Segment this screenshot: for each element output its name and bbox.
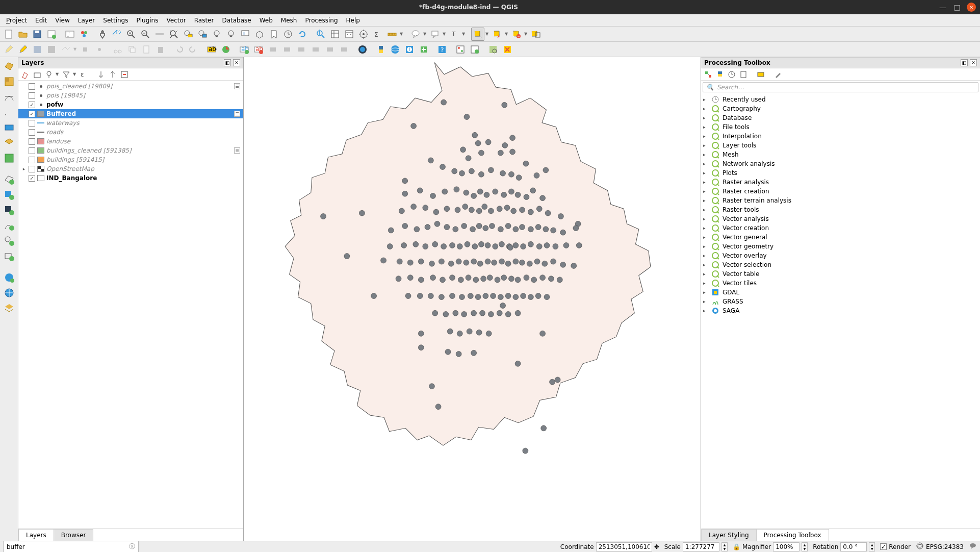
map-canvas[interactable]	[244, 57, 701, 541]
proc-history-button[interactable]	[727, 69, 737, 80]
processing-item[interactable]: ▸Raster terrain analysis	[702, 196, 979, 205]
remove-layer-button[interactable]	[119, 69, 130, 80]
layer-item[interactable]: buildings_cleaned [591385]☰	[18, 146, 243, 155]
pan-to-selection-tool[interactable]	[110, 28, 123, 41]
select-dropdown[interactable]: ▼	[485, 32, 489, 36]
layer-item[interactable]: roads	[18, 128, 243, 137]
processing-item[interactable]: ▸GDAL	[702, 288, 979, 297]
menu-view[interactable]: View	[51, 15, 73, 26]
menu-help[interactable]: Help	[342, 15, 364, 26]
processing-item[interactable]: ▸Recently used	[702, 95, 979, 104]
measure-tool[interactable]	[385, 28, 399, 41]
processing-item[interactable]: ▸Vector geometry	[702, 242, 979, 251]
zoom-last-tool[interactable]	[210, 28, 223, 41]
open-attribute-table-button[interactable]	[328, 28, 342, 41]
processing-item[interactable]: ▸Layer tools	[702, 141, 979, 150]
new-bookmark-button[interactable]	[267, 28, 280, 41]
processing-item[interactable]: ▸Raster tools	[702, 205, 979, 214]
zoom-layer-tool[interactable]	[196, 28, 209, 41]
menu-web[interactable]: Web	[255, 15, 277, 26]
layer-checkbox[interactable]: ✓	[29, 175, 35, 182]
layer-checkbox[interactable]	[29, 83, 35, 90]
crs-label[interactable]: EPSG:24383	[926, 543, 964, 550]
help-button[interactable]: ?	[435, 43, 449, 56]
select-by-value-tool[interactable]: ε	[491, 28, 504, 41]
annotation-tool[interactable]	[428, 28, 442, 41]
layer-item[interactable]: buildings [591415]	[18, 155, 243, 164]
proc-script-button[interactable]	[715, 69, 725, 80]
select-value-dropdown[interactable]: ▼	[505, 32, 509, 36]
zoom-next-tool[interactable]	[224, 28, 238, 41]
layer-item[interactable]: ✓Buffered☰	[18, 109, 243, 118]
layer-item[interactable]: pois [19845]	[18, 91, 243, 100]
rotation-input[interactable]	[840, 542, 867, 551]
new-geopackage-button[interactable]	[2, 203, 17, 217]
layer-checkbox[interactable]	[29, 92, 35, 99]
manage-themes-button[interactable]	[44, 69, 54, 80]
menu-settings[interactable]: Settings	[99, 15, 132, 26]
crs-icon[interactable]	[916, 542, 924, 551]
quickosm-button[interactable]	[501, 43, 514, 56]
processing-item[interactable]: ▸Raster creation	[702, 187, 979, 196]
filter-legend-button[interactable]	[61, 69, 71, 80]
menu-raster[interactable]: Raster	[190, 15, 218, 26]
processing-item[interactable]: ▸Cartography	[702, 104, 979, 113]
menu-mesh[interactable]: Mesh	[277, 15, 301, 26]
messages-icon[interactable]	[969, 542, 977, 551]
zoom-selection-tool[interactable]	[182, 28, 195, 41]
tab-processing-toolbox[interactable]: Processing Toolbox	[756, 529, 829, 541]
coordinate-input[interactable]	[596, 542, 652, 551]
minimize-button[interactable]: —	[938, 3, 947, 12]
processing-item[interactable]: ▸Database	[702, 113, 979, 122]
deselect-dropdown[interactable]: ▼	[524, 32, 528, 36]
layer-checkbox[interactable]: ✓	[29, 111, 35, 117]
processing-item[interactable]: ▸Vector general	[702, 233, 979, 242]
menu-layer[interactable]: Layer	[74, 15, 99, 26]
add-vector-layer-button[interactable]	[2, 59, 17, 73]
clear-search-icon[interactable]: ⓧ	[129, 542, 135, 551]
add-group-button[interactable]	[32, 69, 42, 80]
menu-processing[interactable]: Processing	[301, 15, 342, 26]
processing-item[interactable]: ▸SAGA	[702, 306, 979, 315]
field-calculator-button[interactable]	[343, 28, 356, 41]
rotation-spinner[interactable]: ▲▼	[869, 542, 875, 551]
feature-count-icon[interactable]: ☰	[234, 111, 240, 117]
proc-model-button[interactable]	[703, 69, 713, 80]
layer-item[interactable]: waterways	[18, 118, 243, 128]
processing-item[interactable]: ▸Vector overlay	[702, 251, 979, 260]
processing-tree[interactable]: ▸Recently used▸Cartography▸Database▸File…	[701, 94, 980, 529]
filter-dropdown[interactable]: ▼	[73, 72, 77, 77]
processing-item[interactable]: ▸Interpolation	[702, 132, 979, 141]
add-virtual-button[interactable]	[2, 136, 17, 150]
locator-search[interactable]: buffer ⓧ	[3, 541, 139, 552]
add-arcgis-button[interactable]	[2, 286, 17, 300]
close-button[interactable]: ✕	[967, 3, 976, 12]
hcmgis-button[interactable]	[356, 43, 369, 56]
feature-count-icon[interactable]: ☰	[234, 83, 240, 89]
layer-item[interactable]: ✓pofw	[18, 100, 243, 109]
layout-manager-button[interactable]	[63, 28, 76, 41]
layer-checkbox[interactable]	[29, 129, 35, 136]
processing-item[interactable]: ▸File tools	[702, 122, 979, 132]
processing-item[interactable]: ▸GRASS	[702, 297, 979, 306]
text-annotation-tool[interactable]: T	[448, 28, 461, 41]
style-preset-button[interactable]	[20, 69, 31, 80]
layer-checkbox[interactable]: ✓	[29, 102, 35, 108]
magnifier-input[interactable]	[773, 542, 800, 551]
layer-item[interactable]: ▸OpenStreetMap	[18, 164, 243, 173]
tab-layer-styling[interactable]: Layer Styling	[701, 529, 757, 541]
gps-button[interactable]	[468, 43, 481, 56]
map-tips-button[interactable]	[409, 28, 422, 41]
layer-item[interactable]: landuse	[18, 137, 243, 146]
toggle-editing-button[interactable]	[16, 43, 30, 56]
feature-count-icon[interactable]: ☰	[234, 147, 240, 154]
proc-edit-button[interactable]	[756, 69, 766, 80]
diagram-button[interactable]	[219, 43, 233, 56]
add-wfs-button[interactable]	[2, 270, 17, 285]
collapse-all-button[interactable]	[108, 69, 118, 80]
temporal-controller-button[interactable]	[281, 28, 295, 41]
statistics-button[interactable]: Σ	[371, 28, 384, 41]
add-wms-button[interactable]	[2, 151, 17, 165]
render-checkbox[interactable]: ✓	[880, 543, 887, 550]
expand-all-button[interactable]	[96, 69, 106, 80]
